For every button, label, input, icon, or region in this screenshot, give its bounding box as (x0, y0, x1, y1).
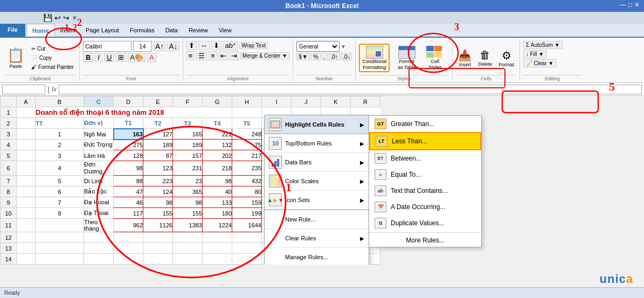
font-name-input[interactable] (83, 41, 131, 52)
paste-button[interactable]: 📋 Paste (4, 45, 27, 71)
tab-data[interactable]: Data (160, 24, 183, 37)
cell-g2[interactable]: T4 (203, 118, 232, 129)
equal-to-item[interactable]: = Equal To... (369, 167, 481, 183)
cell-c11[interactable]: Theo tháng (84, 219, 114, 232)
cell-e6[interactable]: 123 (143, 161, 173, 176)
text-contains-item[interactable]: ab Text that Contains... (369, 183, 481, 199)
decrease-font-icon[interactable]: A↓ (167, 41, 179, 51)
align-left-button[interactable]: ≡ (186, 51, 195, 60)
manage-rules-menu-item[interactable]: Manage Rules... (265, 248, 369, 265)
number-format-select[interactable]: General Number Currency Percentage (296, 41, 340, 52)
cell-g10[interactable]: 180 (203, 208, 232, 219)
cell-d8[interactable]: 47 (114, 186, 143, 197)
cell-b4[interactable]: 2 (36, 140, 84, 150)
merge-center-button[interactable]: Merge & Center ▼ (240, 52, 289, 59)
cell-b5[interactable]: 3 (36, 150, 84, 161)
cell-d2[interactable]: T1 (114, 118, 143, 129)
cell-d7[interactable]: 88 (114, 176, 143, 186)
align-middle-button[interactable]: ↔ (198, 41, 210, 50)
cell-f5[interactable]: 157 (173, 150, 203, 161)
copy-button[interactable]: 📄 Copy (29, 54, 76, 62)
cell-g5[interactable]: 202 (203, 150, 232, 161)
cell-b8[interactable]: 6 (36, 186, 84, 197)
cell-c3[interactable]: Ngô Mai (84, 129, 114, 140)
cell-f7[interactable]: 23 (173, 176, 203, 186)
cell-b6[interactable]: 4 (36, 161, 84, 176)
format-painter-button[interactable]: 🖌 Format Painter (29, 63, 76, 71)
cell-a1[interactable] (17, 107, 36, 118)
col-header-h[interactable]: H (232, 96, 262, 107)
data-bars-menu-item[interactable]: Data Bars ▶ (265, 153, 369, 172)
cell-f4[interactable]: 189 (173, 140, 203, 150)
cell-c4[interactable]: Đức Trọng (84, 140, 114, 150)
greater-than-item[interactable]: GT Greater Than... (369, 116, 481, 132)
cell-c7[interactable]: Di Linh (84, 176, 114, 186)
cell-d9[interactable]: 46 (114, 197, 143, 208)
tab-home[interactable]: Home (26, 24, 55, 37)
decrease-indent-button[interactable]: ⇤ (219, 51, 228, 60)
cell-d6[interactable]: 98 (114, 161, 143, 176)
cell-e8[interactable]: 124 (143, 186, 173, 197)
format-cells-button[interactable]: ⚙ Format (496, 48, 516, 68)
cell-h11[interactable]: 1644 (232, 219, 262, 232)
percent-button[interactable]: % (311, 53, 321, 60)
cell-h2[interactable]: T5 (232, 118, 262, 129)
wrap-text-button[interactable]: Wrap Text (239, 42, 268, 49)
cell-b9[interactable]: 7 (36, 197, 84, 208)
decrease-decimal-button[interactable]: .0↓ (341, 53, 352, 60)
cell-c10[interactable]: Đạ Thoai (84, 208, 114, 219)
col-header-i[interactable]: I (262, 96, 292, 107)
cell-e5[interactable]: 87 (143, 150, 173, 161)
tab-view[interactable]: View (213, 24, 237, 37)
tab-insert[interactable]: Insert (55, 24, 81, 37)
clear-button[interactable]: 🧹 Clear ▼ (523, 59, 556, 67)
cell-b2[interactable]: TT (36, 118, 84, 129)
cell-e4[interactable]: 189 (143, 140, 173, 150)
icon-sets-menu-item[interactable]: ▲ ▶ ▼ Icon Sets ▶ (265, 191, 369, 210)
undo-icon[interactable]: ↩ (54, 13, 61, 22)
cell-g4[interactable]: 132 (203, 140, 232, 150)
new-rule-menu-item[interactable]: New Rule... (265, 210, 369, 229)
color-scales-menu-item[interactable]: Color Scales ▶ (265, 172, 369, 191)
close-icon[interactable]: ✕ (634, 1, 640, 9)
border-button[interactable]: ⊞ (116, 53, 126, 62)
format-as-table-button[interactable]: Formatas Table (392, 44, 421, 72)
cell-c5[interactable]: Lâm Hà (84, 150, 114, 161)
date-occurring-item[interactable]: 📅 A Date Occurring... (369, 199, 481, 215)
cut-button[interactable]: ✂ Cut (29, 45, 76, 53)
cell-b1[interactable]: Doanh số điện thoại 6 tháng năm 2018 (36, 107, 232, 118)
col-header-k[interactable]: K (321, 96, 351, 107)
highlight-cells-menu-item[interactable]: Highlight Cells Rules ▶ GT Greater Than.… (265, 115, 369, 134)
cell-c6[interactable]: Đơn Dương (84, 161, 114, 176)
less-than-item[interactable]: LT Less Than... (369, 132, 481, 150)
between-item[interactable]: BT Between... (369, 150, 481, 167)
comma-button[interactable]: , (322, 53, 328, 60)
col-header-a[interactable]: A (17, 96, 36, 107)
cell-g7[interactable]: 98 (203, 176, 232, 186)
cell-g6[interactable]: 218 (203, 161, 232, 176)
cell-styles-button[interactable]: CellStyles (424, 44, 446, 72)
orientation-button[interactable]: ab° (223, 41, 238, 50)
cell-e3[interactable]: 127 (143, 129, 173, 140)
cell-a2[interactable] (17, 118, 36, 129)
formula-input[interactable]: 163 (59, 85, 642, 94)
cell-f9[interactable]: 98 (173, 197, 203, 208)
more-rules-item[interactable]: More Rules... (369, 234, 481, 247)
col-header-g[interactable]: G (203, 96, 232, 107)
increase-indent-button[interactable]: ⇥ (230, 51, 239, 60)
cell-b3[interactable]: 1 (36, 129, 84, 140)
col-header-f[interactable]: F (173, 96, 203, 107)
cell-e11[interactable]: 1126 (143, 219, 173, 232)
italic-button[interactable]: I (95, 53, 102, 62)
align-bottom-button[interactable]: ⬇ (211, 41, 221, 50)
cell-f2[interactable]: T3 (173, 118, 203, 129)
align-center-button[interactable]: ☰ (196, 51, 207, 60)
fill-color-button[interactable]: A🎨 (128, 53, 146, 62)
fill-button[interactable]: ↓ Fill ▼ (523, 50, 546, 58)
tab-page-layout[interactable]: Page Layout (80, 24, 124, 37)
cell-h5[interactable]: 217 (232, 150, 262, 161)
cell-e2[interactable]: T2 (143, 118, 173, 129)
top-bottom-menu-item[interactable]: 10 Top/Bottom Rules ▶ (265, 134, 369, 153)
cell-b7[interactable]: 5 (36, 176, 84, 186)
col-header-d[interactable]: D (114, 96, 143, 107)
